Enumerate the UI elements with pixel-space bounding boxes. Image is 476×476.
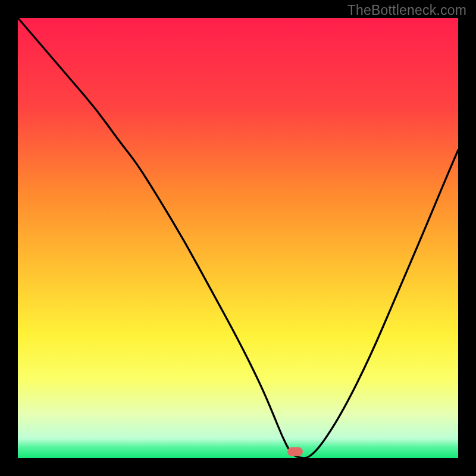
bottleneck-curve xyxy=(18,18,458,458)
plot-area xyxy=(18,18,458,458)
optimal-marker xyxy=(287,447,303,456)
chart-frame: TheBottleneck.com xyxy=(0,0,476,476)
watermark-text: TheBottleneck.com xyxy=(347,2,466,18)
